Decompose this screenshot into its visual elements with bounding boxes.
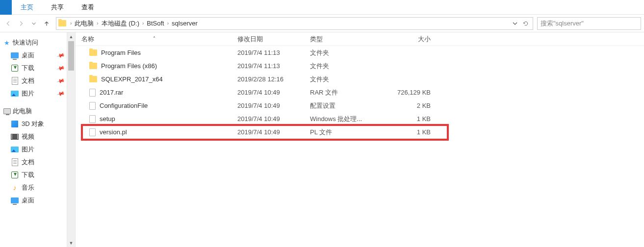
file-name: Program Files bbox=[101, 49, 141, 56]
breadcrumb[interactable]: BtSoft bbox=[146, 20, 165, 27]
file-row[interactable]: SQLEXPR_2017_x642019/2/28 12:16文件夹 bbox=[76, 73, 644, 86]
breadcrumb[interactable]: 此电脑 bbox=[74, 19, 95, 28]
sidebar-item-documents-pc[interactable]: 文档 bbox=[2, 156, 67, 169]
sidebar-item-pictures[interactable]: 图片 📌 bbox=[2, 87, 67, 100]
sidebar-item-label: 文档 bbox=[22, 76, 34, 85]
sidebar-item-label: 图片 bbox=[22, 145, 34, 154]
file-type: 配置设置 bbox=[310, 101, 383, 110]
file-name: ConfigurationFile bbox=[100, 102, 148, 109]
file-row[interactable]: 2017.rar2019/7/4 10:49RAR 文件726,129 KB bbox=[76, 86, 644, 99]
file-date: 2019/2/28 12:16 bbox=[237, 75, 310, 83]
video-icon bbox=[11, 134, 19, 140]
file-size: 1 KB bbox=[383, 115, 437, 123]
file-date: 2019/7/4 10:49 bbox=[237, 102, 310, 109]
file-row[interactable]: version.pl2019/7/4 10:49PL 文件1 KB bbox=[76, 125, 644, 139]
column-header-date[interactable]: 修改日期 bbox=[237, 35, 310, 44]
navigation-bar: › 此电脑 › 本地磁盘 (D:) › BtSoft › sqlserver 搜… bbox=[0, 15, 644, 32]
sidebar-item-label: 下载 bbox=[22, 171, 34, 179]
download-icon bbox=[11, 172, 18, 178]
file-size: 1 KB bbox=[383, 128, 437, 136]
sidebar-this-pc[interactable]: 此电脑 bbox=[2, 104, 67, 118]
file-type: Windows 批处理... bbox=[310, 115, 383, 124]
file-icon bbox=[89, 102, 96, 110]
sidebar-item-documents[interactable]: 文档 📌 bbox=[2, 74, 67, 87]
document-icon bbox=[12, 158, 18, 166]
pin-icon: 📌 bbox=[56, 51, 66, 60]
file-date: 2019/7/4 11:13 bbox=[237, 49, 310, 56]
file-row[interactable]: setup2019/7/4 10:49Windows 批处理...1 KB bbox=[76, 112, 644, 125]
sidebar-item-label: 下载 bbox=[22, 64, 34, 73]
desktop-icon bbox=[11, 198, 19, 203]
file-list-pane: 名称 ˄ 修改日期 类型 大小 Program Files2019/7/4 11… bbox=[76, 32, 644, 247]
sidebar-item-label: 3D 对象 bbox=[22, 120, 44, 128]
sidebar-item-label: 视频 bbox=[22, 132, 34, 141]
file-name: version.pl bbox=[100, 128, 127, 136]
file-row[interactable]: Program Files (x86)2019/7/4 11:13文件夹 bbox=[76, 59, 644, 73]
sidebar-item-downloads-pc[interactable]: 下载 bbox=[2, 169, 67, 181]
folder-icon bbox=[89, 63, 97, 69]
sidebar-item-desktop[interactable]: 桌面 📌 bbox=[2, 49, 67, 62]
back-button[interactable] bbox=[3, 18, 14, 29]
file-date: 2019/7/4 10:49 bbox=[237, 89, 310, 96]
ribbon-tab-home[interactable]: 主页 bbox=[12, 0, 42, 15]
search-input[interactable]: 搜索"sqlserver" bbox=[537, 17, 641, 30]
file-name: 2017.rar bbox=[100, 89, 123, 96]
picture-icon bbox=[11, 91, 19, 97]
forward-button[interactable] bbox=[16, 18, 26, 29]
column-header-size[interactable]: 大小 bbox=[383, 35, 437, 44]
column-header-name[interactable]: 名称 ˄ bbox=[79, 35, 237, 44]
file-size: 2 KB bbox=[383, 102, 437, 109]
recent-dropdown[interactable] bbox=[28, 18, 39, 29]
sort-indicator-icon: ˄ bbox=[153, 36, 155, 41]
chevron-right-icon: › bbox=[140, 21, 146, 26]
folder-icon bbox=[89, 76, 97, 82]
picture-icon bbox=[11, 147, 19, 152]
chevron-right-icon: › bbox=[165, 21, 171, 26]
sidebar-group-label: 快速访问 bbox=[13, 38, 38, 47]
chevron-right-icon: › bbox=[95, 21, 100, 26]
sidebar-item-downloads[interactable]: 下载 📌 bbox=[2, 62, 67, 74]
sidebar-item-label: 桌面 bbox=[22, 51, 34, 60]
sidebar-item-desktop-pc[interactable]: 桌面 bbox=[2, 194, 67, 207]
pin-icon: 📌 bbox=[56, 76, 66, 85]
column-header-type[interactable]: 类型 bbox=[310, 35, 383, 44]
file-row[interactable]: Program Files2019/7/4 11:13文件夹 bbox=[76, 46, 644, 59]
breadcrumb[interactable]: sqlserver bbox=[171, 20, 199, 27]
desktop-icon bbox=[11, 52, 19, 58]
scroll-down-icon[interactable]: ▼ bbox=[67, 239, 75, 247]
arrow-right-icon bbox=[18, 20, 25, 27]
file-type: 文件夹 bbox=[310, 62, 383, 71]
file-date: 2019/7/4 11:13 bbox=[237, 62, 310, 70]
file-type: 文件夹 bbox=[310, 75, 383, 84]
file-name: setup bbox=[100, 115, 115, 123]
scrollbar-thumb[interactable] bbox=[68, 41, 74, 71]
scroll-up-icon[interactable]: ▲ bbox=[67, 32, 75, 41]
sidebar-item-3d-objects[interactable]: 3D 对象 bbox=[2, 118, 67, 130]
file-icon bbox=[89, 128, 96, 136]
file-row[interactable]: ConfigurationFile2019/7/4 10:49配置设置2 KB bbox=[76, 99, 644, 112]
file-date: 2019/7/4 10:49 bbox=[237, 128, 310, 136]
sidebar-quick-access[interactable]: ★ 快速访问 bbox=[2, 35, 67, 49]
file-tab-accent[interactable] bbox=[0, 0, 12, 15]
address-history-button[interactable] bbox=[510, 19, 520, 28]
sidebar-item-videos[interactable]: 视频 bbox=[2, 130, 67, 143]
breadcrumb[interactable]: 本地磁盘 (D:) bbox=[101, 19, 140, 28]
up-button[interactable] bbox=[41, 18, 52, 29]
file-type: 文件夹 bbox=[310, 49, 383, 57]
sidebar-item-music[interactable]: ♪ 音乐 bbox=[2, 181, 67, 194]
arrow-up-icon bbox=[43, 20, 50, 27]
address-bar[interactable]: › 此电脑 › 本地磁盘 (D:) › BtSoft › sqlserver bbox=[56, 17, 533, 30]
ribbon-tab-share[interactable]: 共享 bbox=[42, 0, 73, 15]
sidebar-scrollbar[interactable]: ▲ ▼ bbox=[67, 32, 75, 247]
ribbon-tab-view[interactable]: 查看 bbox=[73, 0, 103, 15]
pc-icon bbox=[3, 108, 11, 114]
sidebar-item-label: 图片 bbox=[22, 89, 34, 98]
sidebar-item-pictures-pc[interactable]: 图片 bbox=[2, 143, 67, 156]
ribbon-bar: 主页 共享 查看 bbox=[0, 0, 644, 15]
folder-icon bbox=[58, 20, 66, 26]
column-headers: 名称 ˄ 修改日期 类型 大小 bbox=[76, 32, 644, 46]
sidebar-item-label: 桌面 bbox=[22, 196, 34, 205]
refresh-button[interactable] bbox=[521, 19, 531, 28]
arrow-left-icon bbox=[5, 20, 12, 27]
sidebar-item-label: 音乐 bbox=[22, 183, 34, 192]
